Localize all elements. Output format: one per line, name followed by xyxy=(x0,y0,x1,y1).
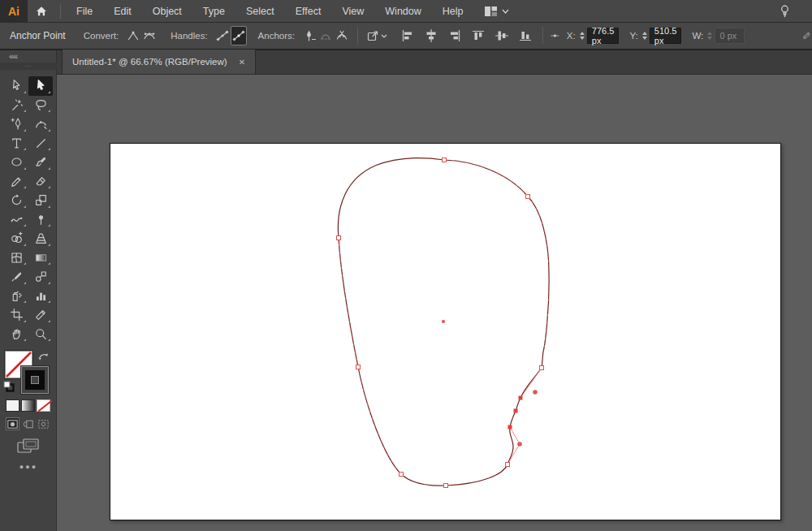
paintbrush-tool-icon xyxy=(34,155,48,169)
default-fill-stroke-button[interactable] xyxy=(3,381,15,395)
tool-slice[interactable] xyxy=(28,305,53,325)
convert-to-smooth-button[interactable] xyxy=(141,26,158,45)
document-tab[interactable]: Untitled-1* @ 66.67% (RGB/Preview) ✕ xyxy=(62,50,256,74)
menu-type[interactable]: Type xyxy=(192,0,235,23)
screen-mode-button[interactable] xyxy=(17,438,39,457)
perspective-grid-tool-icon xyxy=(34,231,48,245)
align-h-center-button[interactable] xyxy=(421,26,441,45)
isolate-object-button[interactable] xyxy=(365,26,388,45)
convert-to-corner-button[interactable] xyxy=(125,26,141,45)
color-button[interactable] xyxy=(6,399,19,412)
tool-scale[interactable] xyxy=(28,191,53,210)
tool-symbol-sprayer[interactable] xyxy=(4,287,28,306)
swap-arrow-icon xyxy=(37,351,50,363)
canvas-pasteboard[interactable] xyxy=(57,75,812,531)
draw-inside-icon xyxy=(38,420,49,429)
hide-handles-button[interactable] xyxy=(214,26,231,45)
align-v-center-button[interactable] xyxy=(492,26,512,45)
app-logo: Ai xyxy=(0,0,28,23)
panel-grip[interactable]: ⋯ xyxy=(0,63,57,70)
menu-bar: Ai File Edit Object Type Select Effect V… xyxy=(0,0,812,23)
tool-perspective-grid[interactable] xyxy=(28,229,53,248)
tool-curvature[interactable] xyxy=(28,114,53,134)
tool-eraser[interactable] xyxy=(28,172,53,192)
menu-file[interactable]: File xyxy=(66,0,103,23)
draw-normal-button[interactable] xyxy=(6,417,19,430)
handles-hidden-icon xyxy=(215,28,230,43)
draw-inside-button[interactable] xyxy=(37,417,50,430)
pencil-tool-icon xyxy=(10,175,24,188)
align-top-icon xyxy=(471,28,486,43)
tool-hand[interactable] xyxy=(4,325,28,344)
workspace-icon xyxy=(484,6,498,17)
stroke-swatch-black[interactable] xyxy=(21,366,49,394)
remove-anchor-button[interactable] xyxy=(301,26,317,45)
tool-artboard[interactable] xyxy=(4,305,28,325)
tab-close-button[interactable]: ✕ xyxy=(239,58,245,67)
tool-type[interactable] xyxy=(4,134,28,153)
tool-line-segment[interactable] xyxy=(28,134,53,153)
tool-column-graph[interactable] xyxy=(28,287,53,306)
tool-rotate[interactable] xyxy=(4,191,28,210)
x-stepper[interactable] xyxy=(580,32,585,40)
y-label: Y: xyxy=(629,31,637,41)
discover-button[interactable] xyxy=(779,4,791,18)
menu-edit[interactable]: Edit xyxy=(103,0,142,23)
align-right-icon xyxy=(447,28,462,43)
menu-effect[interactable]: Effect xyxy=(285,0,332,23)
cut-path-icon xyxy=(335,28,349,43)
x-input[interactable]: 776.5 px xyxy=(587,28,620,44)
anchors-label: Anchors: xyxy=(258,31,295,41)
stroke-ring xyxy=(25,370,45,390)
home-button[interactable] xyxy=(28,0,55,23)
tool-pen[interactable] xyxy=(4,114,28,134)
skull-path-artwork[interactable] xyxy=(57,75,812,531)
y-stepper[interactable] xyxy=(642,32,647,40)
menu-select[interactable]: Select xyxy=(235,0,285,23)
tool-shape-builder[interactable] xyxy=(4,229,28,248)
workspace-switcher[interactable] xyxy=(484,6,509,17)
y-input[interactable]: 510.5 px xyxy=(650,28,682,44)
align-left-button[interactable] xyxy=(398,26,417,45)
slice-tool-icon xyxy=(34,308,48,322)
connect-endpoints-button[interactable] xyxy=(317,26,334,45)
show-handles-button[interactable] xyxy=(231,26,247,45)
tool-selection[interactable] xyxy=(4,76,28,96)
tool-direct-selection[interactable] xyxy=(28,76,53,96)
menu-window[interactable]: Window xyxy=(374,0,431,23)
align-top-button[interactable] xyxy=(469,26,488,45)
hand-tool-icon xyxy=(10,327,24,341)
handle-line xyxy=(520,368,542,398)
tool-eyedropper[interactable] xyxy=(4,267,28,287)
align-right-button[interactable] xyxy=(445,26,464,45)
cut-path-button[interactable] xyxy=(334,26,350,45)
unlink-dimensions-icon[interactable] xyxy=(801,28,812,44)
collapse-panel-button[interactable]: «« xyxy=(9,51,17,61)
align-bottom-button[interactable] xyxy=(516,26,535,45)
none-button[interactable] xyxy=(37,399,50,412)
swap-fill-stroke-button[interactable] xyxy=(37,351,50,366)
tool-paintbrush[interactable] xyxy=(28,153,53,172)
tool-gradient[interactable] xyxy=(28,248,53,268)
tool-ellipse[interactable] xyxy=(4,153,28,172)
menu-view[interactable]: View xyxy=(331,0,374,23)
tool-lasso[interactable] xyxy=(28,96,53,115)
draw-behind-button[interactable] xyxy=(21,417,35,430)
edit-toolbar-button[interactable]: ●●● xyxy=(0,463,57,471)
tool-zoom[interactable] xyxy=(28,325,53,344)
align-v-center-icon xyxy=(495,28,509,43)
tool-pencil[interactable] xyxy=(4,172,28,192)
convert-label: Convert: xyxy=(84,31,119,41)
menu-help[interactable]: Help xyxy=(432,0,474,23)
handles-shown-icon xyxy=(231,28,246,43)
menu-object[interactable]: Object xyxy=(142,0,192,23)
tool-magic-wand[interactable] xyxy=(4,96,28,115)
lightbulb-icon xyxy=(779,4,791,18)
tool-blend[interactable] xyxy=(28,267,53,287)
tool-puppet-warp[interactable] xyxy=(28,210,53,230)
tool-mesh[interactable] xyxy=(4,248,28,268)
convert-smooth-icon xyxy=(142,28,157,43)
tool-width[interactable] xyxy=(4,210,28,230)
gradient-button[interactable] xyxy=(21,399,35,412)
align-bottom-icon xyxy=(518,28,533,43)
